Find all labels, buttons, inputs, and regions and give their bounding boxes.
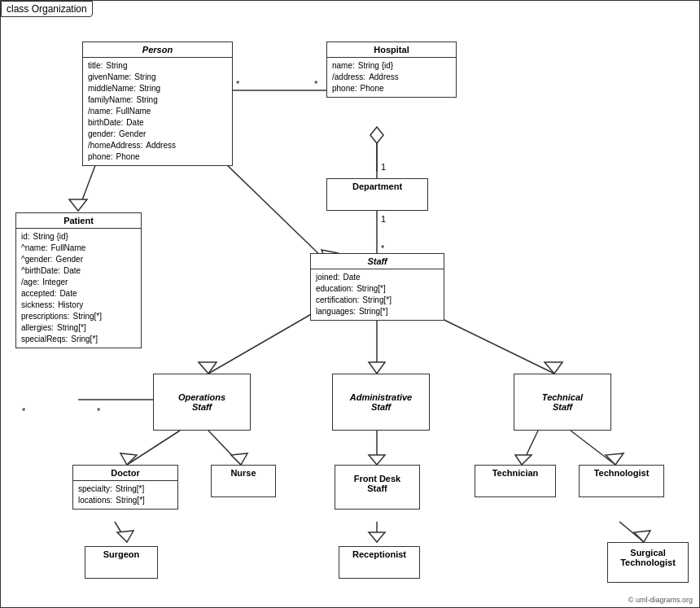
technical-staff-title: TechnicalStaff xyxy=(514,386,610,418)
svg-line-21 xyxy=(127,431,180,465)
svg-text:*: * xyxy=(22,406,26,416)
patient-title: Patient xyxy=(16,213,141,229)
staff-title: Staff xyxy=(311,254,444,269)
svg-marker-28 xyxy=(515,455,532,465)
svg-marker-4 xyxy=(370,127,383,143)
svg-line-27 xyxy=(522,431,538,465)
svg-text:*: * xyxy=(97,406,101,416)
operations-staff-title: OperationsStaff xyxy=(154,386,250,418)
surgeon-title: Surgeon xyxy=(85,547,157,562)
diagram-container: class Organization * * 1 * 1 * xyxy=(0,0,700,608)
nurse-class: Nurse xyxy=(211,465,276,497)
department-title: Department xyxy=(327,179,427,194)
surgical-technologist-class: SurgicalTechnologist xyxy=(607,542,689,583)
svg-line-29 xyxy=(571,431,615,465)
svg-text:1: 1 xyxy=(381,162,386,172)
svg-text:*: * xyxy=(236,79,240,89)
hospital-title: Hospital xyxy=(327,42,456,58)
doctor-attrs: specialty:String[*] locations:String[*] xyxy=(73,481,177,509)
administrative-staff-class: AdministrativeStaff xyxy=(332,374,430,431)
svg-marker-16 xyxy=(199,362,217,374)
svg-line-31 xyxy=(115,522,127,542)
hospital-attrs: name:String {id} /address:Address phone:… xyxy=(327,58,456,97)
technical-staff-class: TechnicalStaff xyxy=(514,374,611,431)
technician-class: Technician xyxy=(475,465,556,497)
hospital-class: Hospital name:String {id} /address:Addre… xyxy=(326,42,457,98)
svg-marker-24 xyxy=(231,453,247,465)
svg-text:1: 1 xyxy=(381,214,386,224)
receptionist-class: Receptionist xyxy=(339,546,420,579)
patient-class: Patient id:String {id} ^name:FullName ^g… xyxy=(15,212,142,348)
svg-line-23 xyxy=(208,431,241,465)
staff-class: Staff joined:Date education:String[*] ce… xyxy=(310,253,444,321)
diagram-title: class Organization xyxy=(1,1,93,17)
svg-text:*: * xyxy=(314,79,318,89)
nurse-title: Nurse xyxy=(212,466,275,480)
person-class: Person title:String givenName:String mid… xyxy=(82,42,233,166)
person-title: Person xyxy=(83,42,232,58)
svg-marker-36 xyxy=(634,531,650,542)
department-class: Department xyxy=(326,178,428,211)
svg-line-35 xyxy=(619,522,644,542)
technician-title: Technician xyxy=(475,466,555,480)
receptionist-title: Receptionist xyxy=(339,547,419,562)
svg-marker-26 xyxy=(369,455,385,465)
surgeon-class: Surgeon xyxy=(85,546,158,579)
svg-marker-32 xyxy=(117,531,133,542)
surgical-technologist-title: SurgicalTechnologist xyxy=(608,543,688,572)
svg-marker-30 xyxy=(606,453,623,465)
technologist-title: Technologist xyxy=(580,466,663,480)
doctor-class: Doctor specialty:String[*] locations:Str… xyxy=(72,465,178,510)
front-desk-staff-title: Front DeskStaff xyxy=(335,466,419,501)
copyright: © uml-diagrams.org xyxy=(628,596,693,604)
doctor-title: Doctor xyxy=(73,466,177,481)
patient-attrs: id:String {id} ^name:FullName ^gender:Ge… xyxy=(16,229,141,348)
technologist-class: Technologist xyxy=(579,465,664,497)
svg-text:*: * xyxy=(381,243,385,253)
svg-marker-22 xyxy=(120,453,137,465)
svg-marker-12 xyxy=(69,199,87,211)
svg-marker-34 xyxy=(369,532,385,542)
front-desk-staff-class: Front DeskStaff xyxy=(335,465,420,510)
svg-marker-18 xyxy=(369,362,385,374)
operations-staff-class: OperationsStaff xyxy=(153,374,251,431)
svg-marker-20 xyxy=(545,362,562,374)
person-attrs: title:String givenName:String middleName… xyxy=(83,58,232,165)
administrative-staff-title: AdministrativeStaff xyxy=(333,386,429,418)
staff-attrs: joined:Date education:String[*] certific… xyxy=(311,269,444,320)
svg-line-15 xyxy=(208,310,318,374)
